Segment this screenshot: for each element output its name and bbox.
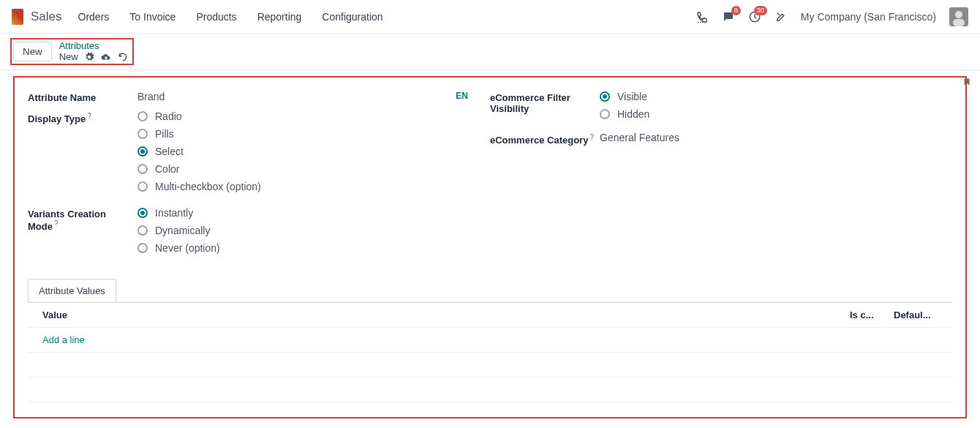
discard-icon[interactable] — [118, 52, 128, 62]
table-empty-row — [28, 353, 952, 378]
col-header-is-custom: Is c... — [850, 309, 894, 320]
activity-badge: 30 — [754, 6, 767, 15]
variants-creation-mode-label: Variants Creation Mode — [28, 209, 106, 232]
ecommerce-category-label: eCommerce Category — [490, 135, 588, 146]
ecommerce-category-input[interactable]: General Features — [600, 132, 679, 143]
bookmark-icon[interactable] — [962, 76, 971, 88]
messaging-icon[interactable]: 8 — [722, 10, 735, 23]
display-type-radio-group: Radio Pills Select Color Multi-checkbox … — [137, 110, 490, 192]
vcm-radio-instantly[interactable]: Instantly — [137, 207, 490, 219]
breadcrumb-current: New — [59, 52, 78, 62]
menu-configuration[interactable]: Configuration — [322, 11, 382, 23]
attribute-name-input[interactable]: Brand — [137, 91, 165, 102]
add-a-line-link[interactable]: Add a line — [28, 334, 850, 345]
cloud-save-icon[interactable] — [100, 52, 112, 62]
new-button[interactable]: New — [13, 42, 52, 61]
display-type-label: Display Type — [28, 113, 86, 124]
attribute-name-label: Attribute Name — [28, 91, 137, 103]
tab-attribute-values[interactable]: Attribute Values — [28, 279, 116, 302]
attribute-values-table: Value Is c... Defaul... Add a line — [28, 302, 952, 402]
main-menu: Orders To Invoice Products Reporting Con… — [78, 11, 383, 23]
notebook-tabs: Attribute Values Value Is c... Defaul...… — [28, 279, 952, 402]
ecommerce-filter-visibility-label: eCommerce Filter Visibility — [490, 91, 600, 120]
col-header-value: Value — [28, 309, 850, 320]
display-type-radio-color[interactable]: Color — [137, 163, 490, 175]
vcm-radio-dynamically[interactable]: Dynamically — [137, 225, 490, 236]
table-empty-row — [28, 378, 952, 402]
app-name: Sales — [31, 10, 62, 24]
top-nav: Sales Orders To Invoice Products Reporti… — [0, 0, 980, 34]
form-right-column: eCommerce Filter Visibility Visible Hidd… — [490, 91, 952, 261]
vcm-radio-never[interactable]: Never (option) — [137, 242, 490, 254]
display-type-radio-select[interactable]: Select — [137, 146, 490, 157]
company-switcher[interactable]: My Company (San Francisco) — [801, 11, 936, 23]
app-icon — [12, 9, 23, 25]
display-type-radio-multi[interactable]: Multi-checkbox (option) — [137, 181, 490, 192]
menu-products[interactable]: Products — [196, 11, 236, 23]
user-avatar[interactable] — [949, 7, 968, 26]
variants-creation-mode-radio-group: Instantly Dynamically Never (option) — [137, 207, 490, 254]
menu-reporting[interactable]: Reporting — [257, 11, 302, 23]
breadcrumb-parent[interactable]: Attributes — [59, 41, 128, 51]
activity-icon[interactable]: 30 — [748, 10, 761, 23]
form-left-column: Attribute Name Brand EN Display Type? Ra… — [28, 91, 490, 261]
display-type-radio-pills[interactable]: Pills — [137, 128, 490, 140]
efv-radio-hidden[interactable]: Hidden — [600, 108, 952, 120]
ecommerce-category-help-icon[interactable]: ? — [589, 133, 594, 141]
display-type-radio-radio[interactable]: Radio — [137, 110, 490, 122]
menu-orders[interactable]: Orders — [78, 11, 110, 23]
systray: 8 30 My Company (San Francisco) — [696, 7, 968, 26]
form-sheet-highlight: Attribute Name Brand EN Display Type? Ra… — [13, 76, 967, 418]
lang-badge[interactable]: EN — [456, 91, 468, 101]
menu-to-invoice[interactable]: To Invoice — [129, 11, 176, 23]
phone-icon[interactable] — [696, 10, 709, 23]
display-type-help-icon[interactable]: ? — [87, 112, 91, 120]
col-header-default: Defaul... — [894, 309, 952, 320]
tools-icon[interactable] — [774, 10, 788, 23]
ecommerce-filter-visibility-radio-group: Visible Hidden — [600, 91, 952, 120]
control-panel-left-highlight: New Attributes New — [10, 38, 134, 65]
control-panel: New Attributes New — [0, 34, 980, 70]
efv-radio-visible[interactable]: Visible — [600, 91, 952, 102]
gear-icon[interactable] — [84, 52, 94, 62]
variants-creation-mode-help-icon[interactable]: ? — [54, 219, 59, 228]
messaging-badge: 8 — [731, 6, 741, 15]
breadcrumb: Attributes New — [59, 41, 128, 62]
